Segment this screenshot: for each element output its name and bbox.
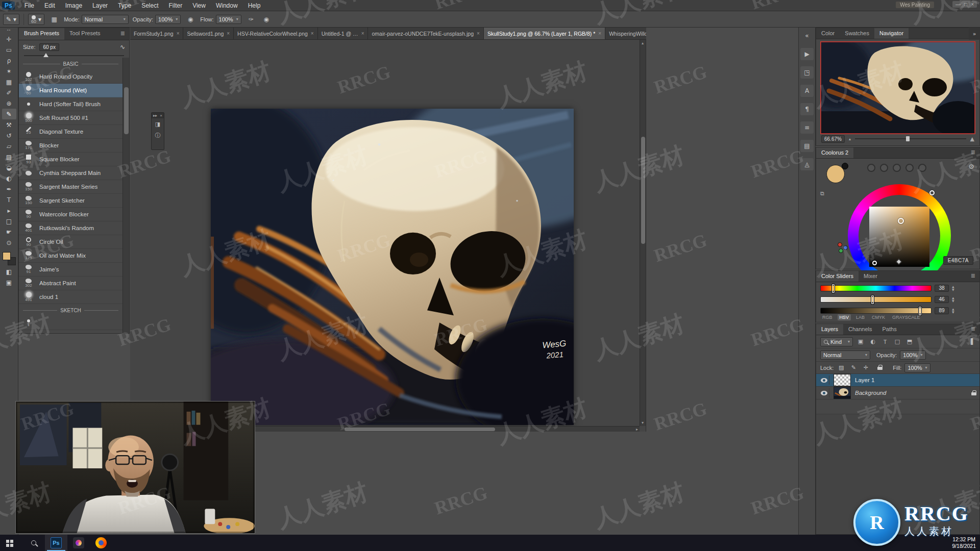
layer-blend-mode-select[interactable]: Normal▾ (820, 350, 870, 360)
hue-value[interactable]: 38 (935, 285, 949, 292)
brightness-value[interactable]: 89 (935, 307, 949, 314)
minimize-icon[interactable]: — (955, 2, 961, 7)
tab-swatches[interactable]: Swatches (840, 28, 874, 39)
start-button[interactable] (0, 535, 22, 551)
panel-grip[interactable]: •• (7, 29, 11, 32)
taskbar-firefox-button[interactable] (90, 535, 112, 551)
doc-tab[interactable]: FormStudy1.png× (130, 28, 183, 39)
slider-marker[interactable] (832, 284, 835, 293)
layer-opacity-select[interactable]: 100%▾ (900, 350, 925, 360)
histogram-panel-icon[interactable]: ▤ (800, 140, 814, 152)
brush-list-scrollbar[interactable] (122, 58, 129, 333)
blue-dot-icon[interactable] (843, 245, 848, 250)
brush-preset-item[interactable]: 125 Oil and Water Mix (19, 249, 122, 263)
brush-preset-item[interactable]: 150 Sargent Master Series (19, 180, 122, 194)
doc-tab-active[interactable]: SkullStudy1.png @ 66.7% (Layer 1, RGB/8)… (484, 28, 605, 39)
crop-tool[interactable]: ▦ (2, 77, 16, 87)
brush-preset-item-selected[interactable]: 60 Hard Round (Wet) (19, 84, 122, 97)
panel-menu-icon[interactable]: ≣ (967, 147, 979, 158)
tool-preset-picker[interactable]: ✎ ▾ (3, 14, 19, 25)
tab-close-icon[interactable]: × (311, 31, 314, 36)
blur-tool[interactable]: ◒ (2, 162, 16, 173)
filter-pixel-layers-icon[interactable]: ▣ (856, 338, 865, 346)
history-brush-tool[interactable]: ↺ (2, 130, 16, 141)
toggle-brush-panel-icon[interactable]: ▦ (48, 14, 60, 24)
mode-rgb-button[interactable]: RGB (820, 314, 835, 320)
menu-layer[interactable]: Layer (88, 1, 112, 10)
pen-tool[interactable]: ✒ (2, 184, 16, 194)
brush-preset-item[interactable]: 1 (19, 316, 122, 330)
navigator-preview[interactable] (821, 42, 974, 133)
clone-source-panel-icon[interactable]: ◳ (800, 66, 814, 79)
healing-brush-tool[interactable]: ⊕ (2, 98, 16, 109)
sv-indicator[interactable] (898, 218, 904, 224)
tab-close-icon[interactable]: × (227, 31, 230, 36)
layer-row-layer1[interactable]: Layer 1 (816, 374, 979, 387)
lasso-tool[interactable]: ρ (2, 55, 16, 66)
saturation-value[interactable]: 46 (935, 296, 949, 303)
zoom-in-icon[interactable]: ▲ (970, 136, 974, 142)
brush-preset-item[interactable]: 302 Abstract Paint (19, 277, 122, 290)
lock-all-icon[interactable] (873, 364, 883, 372)
foreground-color-swatch[interactable] (3, 252, 11, 260)
mode-lab-button[interactable]: LAB (854, 314, 867, 320)
scrollbar-thumb[interactable] (345, 428, 495, 431)
blend-mode-select[interactable]: Normal▾ (82, 15, 129, 24)
vertical-scrollbar[interactable]: ▴ ▾ (640, 40, 646, 426)
brush-preset-item[interactable]: Hard (Softer Tail) Brush (19, 97, 122, 111)
brush-preset-picker[interactable]: 60 ▾ (28, 14, 44, 25)
layer-fill-select[interactable]: 100%▾ (904, 363, 930, 372)
collapse-panels-icon[interactable]: « (800, 30, 814, 42)
brush-preset-item[interactable]: 176 Blocker (19, 139, 122, 153)
navigator-zoom-slider[interactable] (855, 136, 966, 141)
color-well[interactable] (880, 164, 888, 172)
slider-thumb[interactable] (906, 136, 910, 141)
eraser-tool[interactable]: ▱ (2, 141, 16, 152)
panel-menu-icon[interactable]: ≣ (967, 271, 979, 282)
doc-tab[interactable]: WhisperingWillows-1080p.png× (605, 28, 646, 39)
gradient-tool[interactable]: ▨ (2, 152, 16, 162)
scroll-right-icon[interactable]: ▸ (636, 427, 638, 432)
canvas-artwork[interactable]: WesG 2021 (211, 109, 574, 425)
lock-pixels-icon[interactable]: ✎ (849, 364, 858, 372)
taskbar-clock[interactable]: 12:32 PM 9/18/2021 (952, 536, 976, 549)
brush-preset-item[interactable]: Cynthia Sheppard Main (19, 166, 122, 180)
marquee-tool[interactable]: ▭ (2, 44, 16, 55)
menu-edit[interactable]: Edit (40, 1, 60, 10)
brush-preset-item[interactable]: 401 Rutkowski's Random (19, 221, 122, 235)
close-icon[interactable]: × (160, 113, 162, 118)
panel-menu-icon[interactable]: ≣ (967, 324, 979, 335)
lock-position-icon[interactable]: ✛ (861, 364, 870, 372)
mode-grayscale-button[interactable]: GRAYSCALE (890, 314, 922, 320)
quick-selection-tool[interactable]: ✶ (2, 66, 16, 77)
brush-preset-item[interactable]: 491 cloud 1 (19, 290, 122, 304)
layer-kind-filter[interactable]: Kind ▾ (820, 337, 853, 346)
doc-tab[interactable]: HSV-RelativeColorWheel.png× (234, 28, 318, 39)
brightness-slider[interactable] (820, 308, 932, 314)
clone-stamp-tool[interactable]: ⚒ (2, 119, 16, 130)
shape-tool[interactable]: □ (2, 216, 16, 227)
maximize-icon[interactable]: □ (964, 2, 967, 7)
brush-preset-item[interactable]: 91 Jaime's (19, 263, 122, 277)
menu-select[interactable]: Select (137, 1, 163, 10)
layer-name[interactable]: Background (855, 390, 886, 396)
close-icon[interactable]: × (971, 2, 974, 7)
opacity-select[interactable]: 100%▾ (155, 15, 181, 24)
color-well[interactable] (905, 164, 914, 172)
path-selection-tool[interactable]: ▸ (2, 205, 16, 216)
taskbar-search-button[interactable] (22, 535, 45, 551)
menu-file[interactable]: File (20, 1, 39, 10)
tab-channels[interactable]: Channels (843, 324, 877, 335)
tab-layers[interactable]: Layers (816, 324, 843, 335)
expand-panel-icon[interactable]: ▸▸ (153, 113, 157, 118)
brush-preset-item[interactable]: 25 Diagonal Texture (19, 125, 122, 139)
dodge-tool[interactable]: ◐ (2, 173, 16, 184)
scroll-up-icon[interactable]: ▴ (642, 41, 644, 45)
tab-close-icon[interactable]: × (177, 31, 180, 36)
layer-thumbnail[interactable] (834, 387, 851, 399)
brush-preset-item[interactable]: 90 Circle Oil (19, 235, 122, 249)
actions-panel-icon[interactable]: ▶ (800, 48, 814, 60)
tab-close-icon[interactable]: × (598, 31, 601, 36)
slider-marker[interactable] (871, 295, 874, 304)
mode-cmyk-button[interactable]: CMYK (870, 314, 887, 320)
